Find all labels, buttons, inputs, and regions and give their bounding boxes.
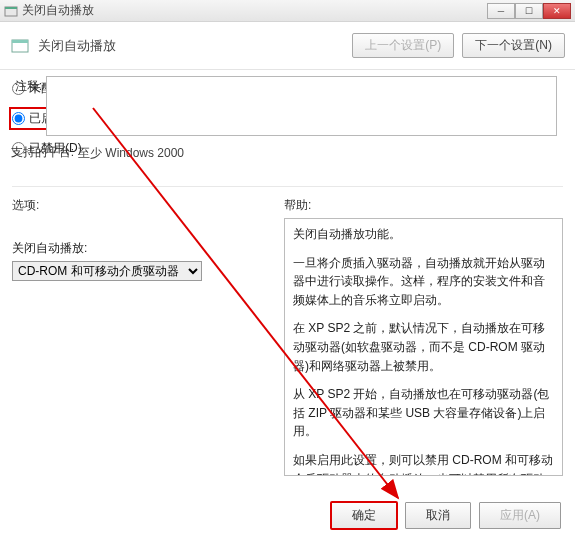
app-icon	[4, 4, 18, 18]
svg-rect-3	[12, 40, 28, 43]
maximize-button[interactable]: ☐	[515, 3, 543, 19]
help-p2: 一旦将介质插入驱动器，自动播放就开始从驱动器中进行读取操作。这样，程序的安装文件…	[293, 254, 554, 310]
platform-value: 至少 Windows 2000	[78, 142, 563, 162]
close-button[interactable]: ✕	[543, 3, 571, 19]
help-label: 帮助:	[284, 197, 563, 214]
ok-button[interactable]: 确定	[331, 502, 397, 529]
help-p1: 关闭自动播放功能。	[293, 225, 554, 244]
apply-button[interactable]: 应用(A)	[479, 502, 561, 529]
dialog-buttons: 确定 取消 应用(A)	[331, 502, 561, 529]
titlebar: 关闭自动播放 ─ ☐ ✕	[0, 0, 575, 22]
help-p5: 如果启用此设置，则可以禁用 CD-ROM 和可移动介质驱动器上的自动播放，也可以…	[293, 451, 554, 476]
prev-setting-button[interactable]: 上一个设置(P)	[352, 33, 454, 58]
header: 关闭自动播放 上一个设置(P) 下一个设置(N)	[0, 22, 575, 70]
cancel-button[interactable]: 取消	[405, 502, 471, 529]
options-label: 选项:	[12, 197, 272, 214]
platform-label: 支持的平台:	[2, 142, 74, 161]
window-title: 关闭自动播放	[22, 2, 487, 19]
autoplay-off-dropdown[interactable]: CD-ROM 和可移动介质驱动器	[12, 261, 202, 281]
page-title: 关闭自动播放	[38, 37, 352, 55]
svg-rect-1	[5, 7, 17, 9]
help-p4: 从 XP SP2 开始，自动播放也在可移动驱动器(包括 ZIP 驱动器和某些 U…	[293, 385, 554, 441]
minimize-button[interactable]: ─	[487, 3, 515, 19]
help-text: 关闭自动播放功能。 一旦将介质插入驱动器，自动播放就开始从驱动器中进行读取操作。…	[284, 218, 563, 476]
option-sub-label: 关闭自动播放:	[12, 240, 272, 257]
next-setting-button[interactable]: 下一个设置(N)	[462, 33, 565, 58]
page-icon	[10, 36, 30, 56]
help-p3: 在 XP SP2 之前，默认情况下，自动播放在可移动驱动器(如软盘驱动器，而不是…	[293, 319, 554, 375]
comment-textarea[interactable]	[46, 76, 557, 136]
comment-label: 注释:	[2, 76, 42, 95]
separator	[12, 186, 563, 187]
